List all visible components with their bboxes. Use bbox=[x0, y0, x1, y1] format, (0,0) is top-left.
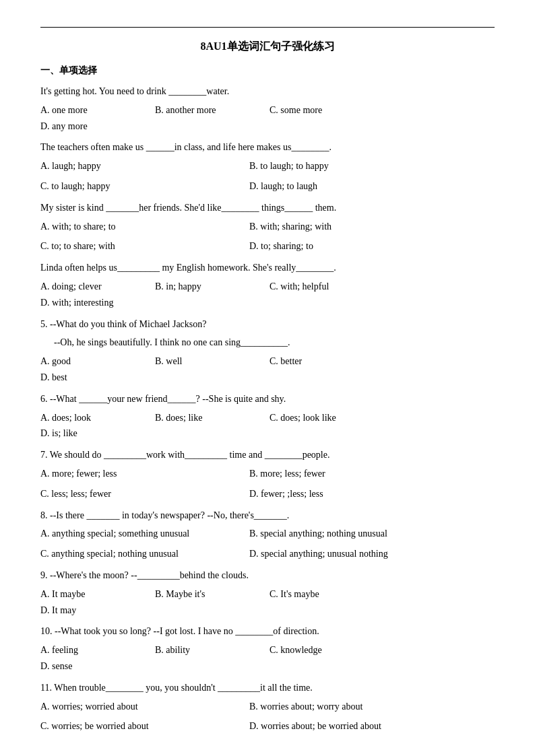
option-10-0: A. feeling bbox=[40, 642, 135, 658]
option-7-2: C. less; less; fewer bbox=[40, 486, 229, 502]
options-row-9: A. It maybeB. Maybe it'sC. It's maybeD. … bbox=[40, 586, 495, 619]
question-2: The teachers often make us ______in clas… bbox=[40, 139, 495, 194]
question-6: 6. --What ______your new friend______? -… bbox=[40, 391, 495, 442]
option-5-1: B. well bbox=[155, 353, 249, 370]
question-subtext-5: --Oh, he sings beautifully. I think no o… bbox=[54, 335, 495, 351]
option-11-1: B. worries about; worry about bbox=[249, 699, 438, 715]
top-border bbox=[40, 27, 495, 28]
options-row-6: A. does; lookB. does; likeC. does; look … bbox=[40, 410, 495, 442]
question-text-8: 8. --Is there _______ in today's newspap… bbox=[40, 508, 495, 524]
options-row2-8: C. anything special; nothing unusualD. s… bbox=[40, 546, 495, 562]
option-6-0: A. does; look bbox=[40, 410, 135, 426]
option-5-2: C. better bbox=[270, 353, 364, 370]
option-3-1: B. with; sharing; with bbox=[249, 219, 438, 235]
options-row1-7: A. more; fewer; lessB. more; less; fewer bbox=[40, 466, 495, 482]
options-row2-3: C. to; to share; withD. to; sharing; to bbox=[40, 238, 495, 254]
question-4: Linda often helps us_________ my English… bbox=[40, 260, 495, 310]
option-4-1: B. in; happy bbox=[155, 279, 249, 295]
options-row2-11: C. worries; be worried aboutD. worries a… bbox=[40, 718, 495, 734]
option-4-3: D. with; interesting bbox=[40, 295, 135, 311]
option-6-3: D. is; like bbox=[40, 425, 135, 442]
option-10-1: B. ability bbox=[155, 642, 249, 658]
option-9-1: B. Maybe it's bbox=[155, 586, 249, 603]
option-7-1: B. more; less; fewer bbox=[249, 466, 438, 482]
question-text-9: 9. --Where's the moon? --_________behind… bbox=[40, 568, 495, 584]
options-row1-8: A. anything special; something unusualB.… bbox=[40, 526, 495, 542]
options-row2-2: C. to laugh; happyD. laugh; to laugh bbox=[40, 178, 495, 195]
option-11-2: C. worries; be worried about bbox=[40, 718, 229, 734]
question-text-3: My sister is kind _______her friends. Sh… bbox=[40, 200, 495, 216]
option-4-2: C. with; helpful bbox=[270, 279, 364, 295]
option-10-2: C. knowledge bbox=[270, 642, 364, 658]
options-row-5: A. goodB. wellC. betterD. best bbox=[40, 353, 495, 386]
question-9: 9. --Where's the moon? --_________behind… bbox=[40, 568, 495, 618]
option-11-3: D. worries about; be worried about bbox=[249, 718, 438, 734]
option-10-3: D. sense bbox=[40, 658, 135, 675]
section-title: 一、单项选择 bbox=[40, 65, 495, 77]
options-row-10: A. feelingB. abilityC. knowledgeD. sense bbox=[40, 642, 495, 675]
option-5-0: A. good bbox=[40, 353, 135, 370]
options-row1-11: A. worries; worried aboutB. worries abou… bbox=[40, 699, 495, 715]
question-1: It's getting hot. You need to drink ____… bbox=[40, 83, 495, 134]
option-3-3: D. to; sharing; to bbox=[249, 238, 438, 254]
options-row-4: A. doing; cleverB. in; happyC. with; hel… bbox=[40, 279, 495, 311]
option-8-0: A. anything special; something unusual bbox=[40, 526, 229, 542]
option-2-1: B. to laugh; to happy bbox=[249, 158, 438, 174]
question-3: My sister is kind _______her friends. Sh… bbox=[40, 200, 495, 254]
option-2-3: D. laugh; to laugh bbox=[249, 178, 438, 195]
option-11-0: A. worries; worried about bbox=[40, 699, 229, 715]
question-11: 11. When trouble________ you, you should… bbox=[40, 680, 495, 734]
option-5-3: D. best bbox=[40, 370, 135, 386]
option-9-2: C. It's maybe bbox=[270, 586, 364, 603]
option-6-1: B. does; like bbox=[155, 410, 249, 426]
option-2-0: A. laugh; happy bbox=[40, 158, 229, 174]
question-text-1: It's getting hot. You need to drink ____… bbox=[40, 83, 495, 100]
option-1-3: D. any more bbox=[40, 118, 135, 135]
question-text-11: 11. When trouble________ you, you should… bbox=[40, 680, 495, 696]
question-5: 5. --What do you think of Michael Jackso… bbox=[40, 316, 495, 386]
option-3-2: C. to; to share; with bbox=[40, 238, 229, 254]
option-1-0: A. one more bbox=[40, 102, 135, 118]
option-7-0: A. more; fewer; less bbox=[40, 466, 229, 482]
option-8-2: C. anything special; nothing unusual bbox=[40, 546, 229, 562]
question-10: 10. --What took you so long? --I got los… bbox=[40, 623, 495, 674]
question-text-6: 6. --What ______your new friend______? -… bbox=[40, 391, 495, 407]
option-9-0: A. It maybe bbox=[40, 586, 135, 603]
question-text-4: Linda often helps us_________ my English… bbox=[40, 260, 495, 276]
option-7-3: D. fewer; ;less; less bbox=[249, 486, 438, 502]
question-text-7: 7. We should do _________work with______… bbox=[40, 447, 495, 463]
page-title: 8AU1单选词汇句子强化练习 bbox=[40, 40, 495, 54]
options-row1-2: A. laugh; happyB. to laugh; to happy bbox=[40, 158, 495, 174]
option-9-3: D. It may bbox=[40, 603, 135, 619]
option-3-0: A. with; to share; to bbox=[40, 219, 229, 235]
question-text-5: 5. --What do you think of Michael Jackso… bbox=[40, 316, 495, 333]
question-text-2: The teachers often make us ______in clas… bbox=[40, 139, 495, 156]
option-4-0: A. doing; clever bbox=[40, 279, 135, 295]
options-row-1: A. one moreB. another moreC. some moreD.… bbox=[40, 102, 495, 135]
option-2-2: C. to laugh; happy bbox=[40, 178, 229, 195]
question-text-10: 10. --What took you so long? --I got los… bbox=[40, 623, 495, 640]
options-row2-7: C. less; less; fewerD. fewer; ;less; les… bbox=[40, 486, 495, 502]
options-row1-3: A. with; to share; toB. with; sharing; w… bbox=[40, 219, 495, 235]
option-8-1: B. special anything; nothing unusual bbox=[249, 526, 438, 542]
option-6-2: C. does; look like bbox=[270, 410, 364, 426]
option-1-1: B. another more bbox=[155, 102, 249, 118]
question-8: 8. --Is there _______ in today's newspap… bbox=[40, 508, 495, 562]
option-1-2: C. some more bbox=[270, 102, 364, 118]
question-7: 7. We should do _________work with______… bbox=[40, 447, 495, 502]
questions-container: It's getting hot. You need to drink ____… bbox=[40, 83, 495, 734]
option-8-3: D. special anything; unusual nothing bbox=[249, 546, 438, 562]
